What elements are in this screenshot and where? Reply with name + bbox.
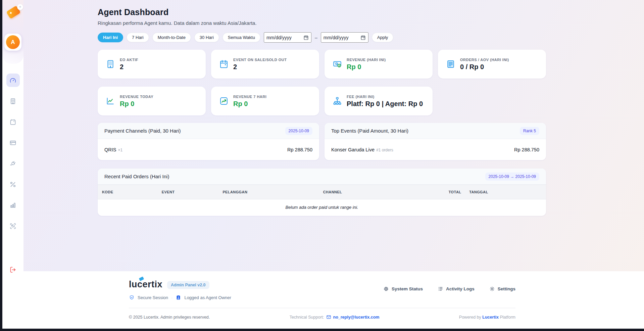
stat-value: 2 [233,63,287,71]
stat-card-revenue-7-hari: REVENUE 7 HARI Rp 0 [211,87,319,115]
sidebar-item-commissions[interactable] [6,178,20,191]
stat-label: ORDERS / AOV (HARI INI) [460,58,509,62]
date-to-placeholder: mm/dd/yyyy [324,35,360,40]
footer: lucertix Admin Panel v2.0 Secure Session… [23,271,644,329]
percent-icon [9,181,16,188]
calendar-icon [219,59,229,69]
date-to-input[interactable]: mm/dd/yyyy [321,32,368,43]
credit-card-icon [9,139,16,146]
svg-text:$: $ [339,64,340,67]
top-events-panel: Top Events (Paid Amount, 30 Hari) Rank 5… [325,123,546,160]
logo-sparkle-badge-icon: ✧ [17,4,23,10]
sidebar-item-reports[interactable] [6,198,20,212]
copyright-text: © 2025 Lucertix. Admin privileges reserv… [129,315,210,320]
filter-30-hari[interactable]: 30 Hari [194,33,219,42]
banknote-icon: $ [333,59,342,69]
channel-amount: Rp 288.750 [287,147,312,152]
stat-card-revenue-today: REVENUE TODAY Rp 0 [98,87,206,115]
apply-button[interactable]: Apply [372,33,394,42]
receipt-icon [446,59,455,69]
sparkle-icon: ✦ [8,10,14,16]
stat-card-fee-hari-ini: FEE (HARI INI) Platf: Rp 0 | Agent: Rp 0 [325,87,433,115]
sidebar-item-payments[interactable] [6,136,20,149]
secure-session-label: Secure Session [138,295,168,300]
stat-card-eo-aktif: EO AKTIF 2 [98,50,206,79]
envelope-icon [326,315,331,320]
panel-title: Top Events (Paid Amount, 30 Hari) [331,128,408,134]
logs-icon [438,286,443,292]
trending-up-icon [219,96,229,106]
powered-brand: Lucertix [482,315,499,320]
stat-label: EVENT ON SALE/SOLD OUT [233,58,287,62]
network-icon [333,96,342,106]
stat-label: REVENUE 7 HARI [233,95,266,99]
shield-check-icon [129,295,135,300]
footer-divider [129,308,515,308]
filter-month-to-date[interactable]: Month-to-Date [152,33,191,42]
calendar-icon [9,119,16,126]
date-range-badge: 2025-10-09 → 2025-10-09 [485,173,539,181]
empty-state-message: Belum ada order paid untuk range ini. [98,199,546,216]
page-subtitle: Ringkasan performa Agent kamu. Data dala… [98,20,546,26]
logout-icon [9,266,16,273]
sidebar-top: ✦ ✧ A [2,0,23,64]
event-orders-meta: #1 orders [376,148,393,152]
payment-channels-panel: Payment Channels (Paid, 30 Hari) 2025-10… [98,123,319,160]
activity-logs-link[interactable]: Activity Logs [438,286,475,292]
stat-label: FEE (HARI INI) [347,95,423,99]
cpu-icon [383,286,389,292]
rank-badge: Rank 5 [520,127,539,135]
gauge-icon [9,77,16,84]
main-region: Agent Dashboard Ringkasan performa Agent… [23,0,644,329]
logout-button[interactable] [6,263,20,276]
support-email-link[interactable]: no_reply@lucertix.com [333,315,380,320]
event-name: Konser Garuda Live [331,147,375,152]
system-status-link[interactable]: System Status [383,286,423,292]
filter-semua-waktu[interactable]: Semua Waktu [222,33,260,42]
stat-card-orders-aov: ORDERS / AOV (HARI INI) 0 / Rp 0 [438,50,546,79]
channel-name: QRIS [104,147,116,152]
stat-label: EO AKTIF [120,58,138,62]
settings-link[interactable]: Settings [489,286,515,292]
date-from-input[interactable]: mm/dd/yyyy [264,32,311,43]
powered-by-text: Powered by Lucertix Platform [459,315,515,320]
sidebar-item-integrations[interactable] [6,157,20,170]
bar-chart-icon [9,202,16,209]
sidebar-item-qr-scan[interactable] [6,219,20,233]
sidebar-item-events-calendar[interactable] [6,115,20,129]
id-badge-icon [176,295,181,300]
event-amount: Rp 288.750 [514,147,539,152]
date-from-placeholder: mm/dd/yyyy [266,35,303,40]
summary-panels: Payment Channels (Paid, 30 Hari) 2025-10… [98,123,546,160]
stat-label: REVENUE TODAY [120,95,153,99]
payment-channel-row: QRIS×1 Rp 288.750 [98,139,319,160]
sidebar-nav [2,64,23,276]
sidebar: ✦ ✧ A [2,0,23,329]
date-range-separator: – [315,35,317,40]
stat-value: Rp 0 [347,63,386,71]
sidebar-item-organizers[interactable] [6,94,20,108]
sidebar-item-dashboard[interactable] [6,74,20,87]
app-window: ✦ ✧ A [2,0,644,329]
recent-orders-panel: Recent Paid Orders (Hari Ini) 2025-10-09… [98,169,546,216]
filter-hari-ini[interactable]: Hari Ini [98,33,123,42]
stat-card-revenue-hari-ini: $ REVENUE (HARI INI) Rp 0 [325,50,433,79]
user-avatar[interactable]: A [4,34,21,51]
stat-value: Platf: Rp 0 | Agent: Rp 0 [347,100,423,108]
stats-row-2: REVENUE TODAY Rp 0 REVENUE 7 HARI Rp 0 F… [98,87,546,115]
calendar-icon [360,35,366,40]
admin-panel-version-badge: Admin Panel v2.0 [167,281,209,289]
channel-count: ×1 [118,148,122,152]
support-label: Technical Support: [290,315,324,320]
filter-7-hari[interactable]: 7 Hari [127,33,149,42]
filter-bar: Hari Ini 7 Hari Month-to-Date 30 Hari Se… [98,32,546,43]
brand-logo: lucertix [129,279,162,290]
stat-value: Rp 0 [233,100,266,108]
chart-line-icon [106,96,115,106]
orders-table: KODE EVENT PELANGGAN CHANNEL TOTAL TANGG… [98,185,546,216]
building-icon [106,59,115,69]
date-badge: 2025-10-09 [285,127,312,135]
gear-icon [489,286,495,292]
calendar-icon [303,35,309,40]
top-event-row: Konser Garuda Live#1 orders Rp 288.750 [325,139,546,160]
